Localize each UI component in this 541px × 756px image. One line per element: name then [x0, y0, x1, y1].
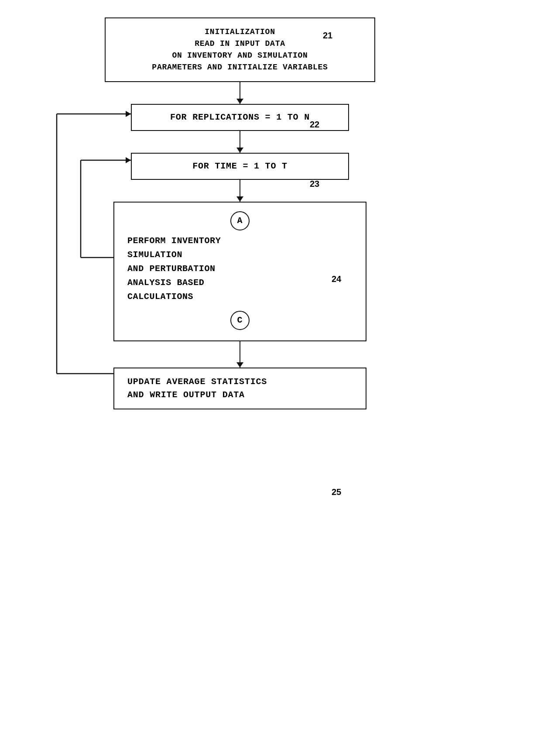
svg-marker-3 [126, 157, 131, 163]
connector-a: A [230, 211, 250, 230]
loop-lines [0, 0, 541, 756]
svg-marker-7 [126, 111, 131, 117]
connector-c: C [230, 311, 250, 330]
